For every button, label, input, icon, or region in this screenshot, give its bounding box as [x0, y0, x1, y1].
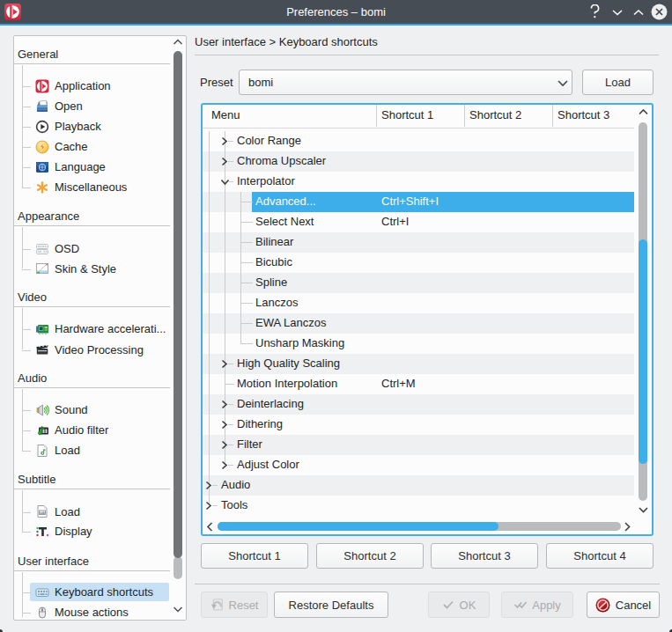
svg-text:sub: sub — [40, 511, 45, 515]
